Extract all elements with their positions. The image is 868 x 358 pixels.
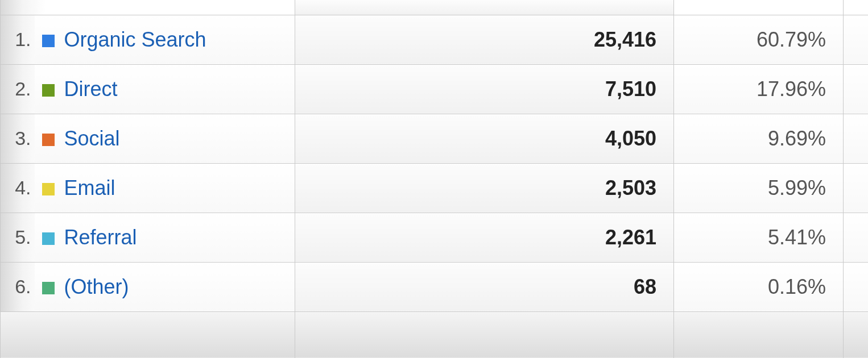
sessions-percent: 0.16% (674, 262, 844, 311)
color-swatch-icon (42, 134, 55, 146)
sessions-percent: 5.41% (674, 213, 844, 262)
color-swatch-cell (35, 114, 62, 163)
color-swatch-cell (35, 15, 62, 64)
color-swatch-cell (35, 163, 62, 213)
color-swatch-cell (35, 213, 62, 262)
table-footer-gap (1, 311, 869, 358)
color-swatch-icon (42, 282, 55, 294)
row-index: 3. (1, 114, 35, 163)
sessions-value: 2,503 (295, 163, 674, 213)
color-swatch-icon (42, 35, 55, 47)
row-index: 4. (1, 163, 35, 213)
row-index: 6. (1, 262, 35, 311)
channel-link[interactable]: (Other) (64, 275, 129, 298)
color-swatch-icon (42, 183, 55, 195)
table-row: 5.Referral2,2615.41% (1, 213, 869, 262)
sessions-value: 25,416 (295, 15, 674, 64)
channel-label-cell: Email (62, 163, 295, 213)
channels-table: 1.Organic Search25,41660.79%2.Direct7,51… (0, 0, 868, 358)
row-tail (844, 15, 869, 64)
channel-label-cell: (Other) (62, 262, 295, 311)
color-swatch-cell (35, 64, 62, 114)
table-row: 6.(Other)680.16% (1, 262, 869, 311)
sessions-value: 7,510 (295, 64, 674, 114)
channel-link[interactable]: Email (64, 176, 115, 199)
row-index: 5. (1, 213, 35, 262)
color-swatch-cell (35, 262, 62, 311)
channels-table-wrap: 1.Organic Search25,41660.79%2.Direct7,51… (0, 0, 868, 358)
sessions-percent: 60.79% (674, 15, 844, 64)
row-tail (844, 213, 869, 262)
channel-label-cell: Social (62, 114, 295, 163)
color-swatch-icon (42, 232, 55, 245)
sessions-percent: 9.69% (674, 114, 844, 163)
row-index: 1. (1, 15, 35, 64)
table-header-gap (1, 0, 869, 15)
color-swatch-icon (42, 84, 55, 97)
channel-link[interactable]: Social (64, 127, 120, 150)
sessions-value: 2,261 (295, 213, 674, 262)
channel-link[interactable]: Referral (64, 226, 137, 249)
sessions-percent: 5.99% (674, 163, 844, 213)
table-row: 1.Organic Search25,41660.79% (1, 15, 869, 64)
table-row: 2.Direct7,51017.96% (1, 64, 869, 114)
sessions-value: 68 (295, 262, 674, 311)
sessions-value: 4,050 (295, 114, 674, 163)
row-tail (844, 163, 869, 213)
channel-label-cell: Organic Search (62, 15, 295, 64)
channel-link[interactable]: Organic Search (64, 28, 206, 51)
sessions-percent: 17.96% (674, 64, 844, 114)
row-tail (844, 114, 869, 163)
channel-label-cell: Referral (62, 213, 295, 262)
channel-label-cell: Direct (62, 64, 295, 114)
table-row: 4.Email2,5035.99% (1, 163, 869, 213)
table-row: 3.Social4,0509.69% (1, 114, 869, 163)
channel-link[interactable]: Direct (64, 77, 118, 101)
row-tail (844, 64, 869, 114)
row-index: 2. (1, 64, 35, 114)
row-tail (844, 262, 869, 311)
